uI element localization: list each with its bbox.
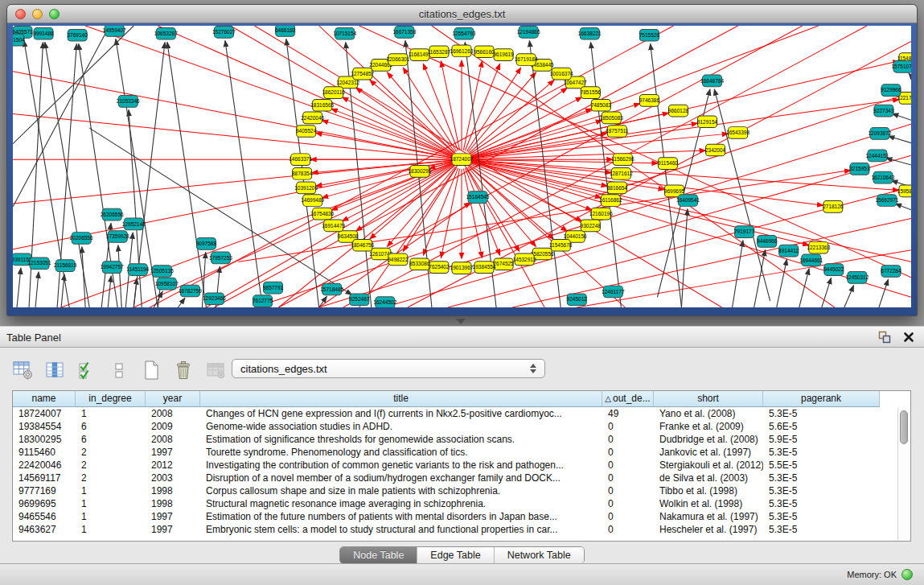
- table-cell[interactable]: 5.3E-5: [763, 523, 880, 536]
- graph-node[interactable]: 7515526: [639, 29, 660, 41]
- graph-node[interactable]: 16754836: [310, 208, 334, 220]
- graph-node[interactable]: 12754857: [351, 68, 374, 80]
- clear-selection-icon[interactable]: [108, 360, 130, 381]
- column-header-title[interactable]: title: [200, 391, 602, 407]
- table-row[interactable]: 1938455462009Genome-wide association stu…: [13, 420, 910, 433]
- graph-node[interactable]: 16648784: [700, 75, 724, 87]
- graph-node[interactable]: 7625402: [429, 262, 450, 274]
- table-cell[interactable]: Tourette syndrome. Phenomenology and cla…: [200, 446, 602, 459]
- table-cell[interactable]: Yano et al. (2008): [654, 407, 763, 420]
- graph-node[interactable]: 12923466: [203, 293, 226, 305]
- table-cell[interactable]: 1: [76, 523, 146, 536]
- table-cell[interactable]: 0: [602, 510, 654, 523]
- graph-node[interactable]: 15276027: [212, 26, 236, 38]
- column-header-pagerank[interactable]: pagerank: [763, 391, 880, 407]
- table-cell[interactable]: 2008: [146, 407, 200, 420]
- graph-node[interactable]: 2342004: [705, 144, 726, 156]
- graph-node[interactable]: 6772284: [881, 266, 901, 278]
- table-cell[interactable]: 2008: [146, 433, 200, 446]
- table-cell[interactable]: Investigating the contribution of common…: [200, 459, 602, 472]
- graph-node[interactable]: 21156819: [54, 260, 77, 272]
- graph-node[interactable]: 10391209: [294, 182, 318, 194]
- graph-node[interactable]: 9302248: [581, 220, 602, 232]
- table-cell[interactable]: 5.3E-5: [763, 484, 880, 497]
- close-panel-icon[interactable]: [901, 330, 916, 344]
- graph-node[interactable]: 9129966: [881, 84, 901, 97]
- delete-table-icon[interactable]: [204, 360, 227, 381]
- graph-node[interactable]: 9498222: [388, 253, 409, 266]
- table-cell[interactable]: 22420046: [13, 459, 76, 472]
- tab-network-table[interactable]: Network Table: [495, 547, 584, 563]
- graph-node[interactable]: 16210643: [871, 171, 894, 183]
- table-cell[interactable]: Stergiakouli et al. (2012): [654, 459, 763, 472]
- graph-node[interactable]: 18724007: [450, 154, 474, 166]
- table-cell[interactable]: Corpus callosum shape and size in male p…: [200, 484, 602, 497]
- table-cell[interactable]: 0: [602, 523, 654, 536]
- graph-node[interactable]: 16409541: [676, 195, 700, 207]
- table-cell[interactable]: 1997: [146, 510, 200, 523]
- column-header-year[interactable]: year: [146, 391, 200, 407]
- table-cell[interactable]: Dudbridge et al. (2008): [654, 433, 763, 446]
- graph-node[interactable]: 7674525: [493, 258, 514, 270]
- table-cell[interactable]: 0: [602, 446, 654, 459]
- graph-node[interactable]: 6466160: [275, 26, 296, 36]
- table-cell[interactable]: Genome-wide association studies in ADHD.: [200, 420, 602, 433]
- graph-node[interactable]: 15958112: [897, 185, 911, 197]
- graph-node[interactable]: 12505135: [150, 266, 174, 278]
- graph-node[interactable]: 11545678: [549, 239, 573, 251]
- graph-node[interactable]: 9129154: [697, 116, 718, 128]
- table-row[interactable]: 946362711997Embryonic stem cells: a mode…: [13, 523, 910, 536]
- graph-node[interactable]: 9227343: [873, 105, 894, 117]
- graph-node[interactable]: 15692971: [875, 195, 898, 207]
- table-cell[interactable]: Structural magnetic resonance image aver…: [200, 497, 602, 510]
- graph-node[interactable]: 12952148: [122, 218, 146, 230]
- graph-node[interactable]: 9619619: [493, 49, 514, 61]
- graph-node[interactable]: 9445022: [823, 264, 844, 276]
- graph-node[interactable]: 18300295: [408, 166, 431, 178]
- column-header-name[interactable]: name: [13, 391, 76, 407]
- graph-node[interactable]: 19013967: [450, 262, 474, 274]
- table-cell[interactable]: Estimation of the future numbers of pati…: [200, 510, 602, 523]
- table-cell[interactable]: 1: [76, 484, 146, 497]
- graph-node[interactable]: 9746386: [639, 95, 660, 107]
- table-cell[interactable]: 2: [76, 446, 146, 459]
- graph-node[interactable]: 12153051: [28, 257, 51, 270]
- graph-node[interactable]: 10016374: [550, 68, 573, 80]
- table-cell[interactable]: 1: [76, 510, 146, 523]
- graph-node[interactable]: 7485083: [591, 99, 612, 111]
- graph-node[interactable]: 16116862: [599, 195, 622, 207]
- table-cell[interactable]: 1: [76, 497, 146, 510]
- graph-node[interactable]: 17957253: [209, 252, 232, 264]
- table-cell[interactable]: de Silva et al. (2003): [654, 472, 763, 484]
- graph-node[interactable]: 9566160: [474, 46, 495, 58]
- graph-node[interactable]: 14699489: [301, 195, 324, 207]
- column-header-out_de[interactable]: △out_de...: [602, 391, 654, 407]
- graph-node[interactable]: 18757511: [606, 126, 629, 138]
- table-cell[interactable]: Franke et al. (2009): [654, 420, 763, 433]
- scrollbar-thumb[interactable]: [900, 410, 908, 444]
- column-header-short[interactable]: short: [654, 391, 763, 407]
- network-table-selector[interactable]: citations_edges.txt: [232, 359, 545, 378]
- graph-node[interactable]: 26206556: [101, 208, 124, 220]
- table-row[interactable]: 946554611997Estimation of the future num…: [13, 510, 910, 523]
- table-cell[interactable]: Nakamura et al. (1997): [654, 510, 763, 523]
- tab-edge-table[interactable]: Edge Table: [417, 547, 494, 563]
- graph-node[interactable]: 7851556: [581, 87, 602, 99]
- graph-node[interactable]: 7612775: [253, 295, 273, 307]
- graph-node[interactable]: 16914479: [322, 220, 345, 232]
- table-cell[interactable]: 9777169: [13, 484, 76, 497]
- graph-node[interactable]: 16671358: [392, 26, 416, 38]
- graph-node[interactable]: 14959407: [103, 26, 126, 36]
- graph-node[interactable]: 10958107: [155, 278, 179, 290]
- table-cell[interactable]: 9115460: [13, 446, 76, 459]
- table-cell[interactable]: 0: [602, 420, 654, 433]
- graph-node[interactable]: 14532913: [513, 253, 536, 266]
- panel-splitter-handle[interactable]: [456, 319, 466, 324]
- graph-node[interactable]: 9245012: [567, 294, 588, 306]
- graph-node[interactable]: 12160196: [589, 208, 613, 220]
- graph-node[interactable]: 15184545: [466, 192, 490, 204]
- table-row[interactable]: 969969511998Structural magnetic resonanc…: [13, 497, 910, 510]
- table-cell[interactable]: Tibbo et al. (1998): [654, 484, 763, 497]
- graph-node[interactable]: 9857791: [263, 282, 284, 294]
- table-cell[interactable]: 5.9E-5: [763, 433, 880, 446]
